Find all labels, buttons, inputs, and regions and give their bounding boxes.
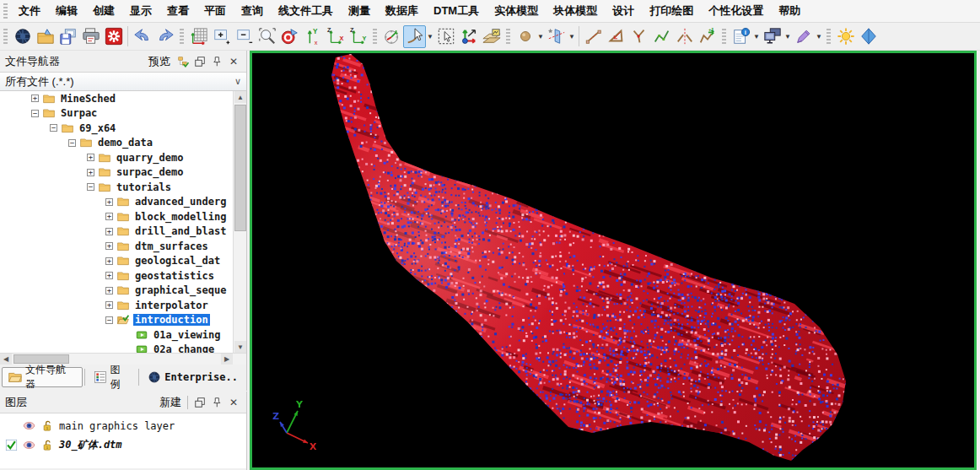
- chevron-down-icon[interactable]: ▼: [536, 33, 545, 41]
- collapse-icon[interactable]: −: [31, 110, 39, 117]
- axis-zy-button[interactable]: [347, 25, 369, 48]
- expand-icon[interactable]: +: [105, 242, 113, 250]
- eye-icon[interactable]: [22, 439, 36, 451]
- clip-plane-button[interactable]: [545, 25, 568, 48]
- collapse-icon[interactable]: −: [87, 183, 94, 191]
- cursor-line-button[interactable]: [403, 25, 426, 48]
- save-button[interactable]: [57, 25, 79, 48]
- expand-icon[interactable]: +: [31, 95, 39, 102]
- float-panel-icon[interactable]: [192, 54, 207, 69]
- toolbar-grip[interactable]: [180, 29, 184, 44]
- tree-item-block_modelling[interactable]: +block_modelling: [0, 209, 246, 224]
- menu-item-测量[interactable]: 测量: [341, 1, 378, 21]
- lock-open-icon[interactable]: [40, 439, 55, 451]
- close-panel-icon[interactable]: ✕: [226, 54, 241, 69]
- chevron-down-icon[interactable]: ▼: [752, 33, 761, 41]
- rect-select-button[interactable]: [434, 25, 457, 48]
- menu-item-平面[interactable]: 平面: [197, 1, 234, 21]
- tree-item-interpolator[interactable]: +interpolator: [0, 298, 246, 313]
- tree-item-advanced_underg[interactable]: +advanced_underg: [0, 195, 246, 210]
- reset-graphics-button[interactable]: [102, 25, 125, 48]
- tree-item-surpac_demo[interactable]: +surpac_demo: [0, 165, 246, 181]
- tree-item-69_x64[interactable]: −69_x64: [0, 121, 246, 136]
- pin-panel-icon[interactable]: [209, 54, 224, 69]
- undo-button[interactable]: [131, 25, 153, 48]
- expand-icon[interactable]: +: [105, 272, 113, 279]
- menubar-grip[interactable]: [3, 3, 8, 19]
- menu-item-查询[interactable]: 查询: [234, 1, 271, 21]
- open-file-button[interactable]: [34, 25, 57, 48]
- layer-row[interactable]: main graphics layer: [0, 416, 246, 435]
- tree-item-tutorials[interactable]: −tutorials: [0, 180, 246, 195]
- menu-item-实体模型[interactable]: 实体模型: [487, 1, 546, 21]
- expand-icon[interactable]: +: [105, 213, 113, 220]
- sun-button[interactable]: [834, 25, 857, 48]
- expand-icon[interactable]: +: [105, 287, 113, 294]
- tab-Enterprise..[interactable]: Enterprise..: [141, 367, 245, 387]
- redo-button[interactable]: [153, 25, 176, 48]
- scroll-down-icon[interactable]: ▼: [234, 341, 246, 353]
- menu-item-文件[interactable]: 文件: [11, 1, 48, 21]
- lock-open-icon[interactable]: [40, 419, 55, 432]
- axis-zx-button[interactable]: [324, 25, 347, 48]
- chevron-down-icon[interactable]: ▼: [783, 33, 792, 41]
- tree-item-drill_and_blast[interactable]: +drill_and_blast: [0, 224, 246, 240]
- menu-item-设计[interactable]: 设计: [605, 1, 642, 21]
- string-tri-button[interactable]: [605, 25, 627, 48]
- layer-row[interactable]: 30_矿体.dtm: [0, 435, 246, 455]
- toolbar-grip[interactable]: [373, 29, 377, 44]
- string-seg-button[interactable]: [582, 25, 605, 48]
- menu-item-查看[interactable]: 查看: [159, 1, 197, 21]
- expand-icon[interactable]: +: [87, 169, 94, 176]
- tree-item-quarry_demo[interactable]: +quarry_demo: [0, 150, 246, 165]
- pin-panel-icon[interactable]: [209, 395, 224, 410]
- menu-item-编辑[interactable]: 编辑: [48, 1, 85, 21]
- zoom-out-button[interactable]: [233, 25, 256, 48]
- menu-item-显示[interactable]: 显示: [122, 1, 159, 21]
- string-break-button[interactable]: [627, 25, 650, 48]
- menu-item-打印绘图[interactable]: 打印绘图: [642, 1, 701, 21]
- toolbar-grip[interactable]: [3, 29, 8, 44]
- scroll-right-icon[interactable]: ▶: [221, 354, 233, 365]
- string-smooth-button[interactable]: [650, 25, 673, 48]
- collapse-icon[interactable]: −: [105, 316, 113, 324]
- zoom-window-button[interactable]: [256, 25, 278, 48]
- tree-vertical-scrollbar[interactable]: ▲ ▼: [233, 91, 246, 353]
- menu-item-线文件工具[interactable]: 线文件工具: [271, 1, 341, 21]
- menu-item-数据库[interactable]: 数据库: [378, 1, 426, 21]
- tree-hscroll-thumb[interactable]: [13, 354, 69, 364]
- displays-button[interactable]: [761, 25, 783, 48]
- expand-icon[interactable]: +: [105, 257, 113, 265]
- zoom-in-button[interactable]: [210, 25, 233, 48]
- 3d-model-canvas[interactable]: [252, 53, 974, 467]
- rotate-view-button[interactable]: [380, 25, 403, 48]
- eye-icon[interactable]: [22, 419, 36, 432]
- blue-diamond-button[interactable]: [857, 25, 880, 48]
- menu-item-DTM工具[interactable]: DTM工具: [426, 1, 487, 21]
- menu-item-帮助[interactable]: 帮助: [771, 1, 808, 21]
- chevron-down-icon[interactable]: ▼: [426, 33, 434, 41]
- tree-item-graphical_seque[interactable]: +graphical_seque: [0, 284, 246, 299]
- tree-item-MineSched[interactable]: +MineSched: [0, 91, 246, 106]
- chevron-down-icon[interactable]: ▼: [815, 33, 823, 41]
- scroll-left-icon[interactable]: ◀: [0, 354, 12, 365]
- layer-checked-checkbox[interactable]: [5, 439, 18, 451]
- menu-item-个性化设置[interactable]: 个性化设置: [701, 1, 771, 21]
- tree-item-introduction[interactable]: −introduction: [0, 313, 246, 328]
- tree-horizontal-scrollbar[interactable]: ◀ ▶: [0, 353, 246, 365]
- move-3d-button[interactable]: [457, 25, 480, 48]
- menu-item-创建[interactable]: 创建: [85, 1, 122, 21]
- tree-item-Surpac[interactable]: −Surpac: [0, 106, 246, 122]
- string-renumber-button[interactable]: [696, 25, 719, 48]
- ball-button[interactable]: [514, 25, 536, 48]
- float-panel-icon[interactable]: [192, 395, 207, 410]
- tab-图例[interactable]: 图例: [87, 367, 137, 387]
- data-view-button[interactable]: [278, 25, 301, 48]
- preview-button[interactable]: 预览: [145, 54, 174, 69]
- toolbar-grip[interactable]: [506, 29, 510, 44]
- tree-vscroll-thumb[interactable]: [234, 105, 246, 231]
- collapse-icon[interactable]: −: [68, 139, 76, 147]
- expand-icon[interactable]: +: [105, 198, 113, 206]
- notes-button[interactable]: [730, 25, 752, 48]
- menu-item-块体模型[interactable]: 块体模型: [546, 1, 605, 21]
